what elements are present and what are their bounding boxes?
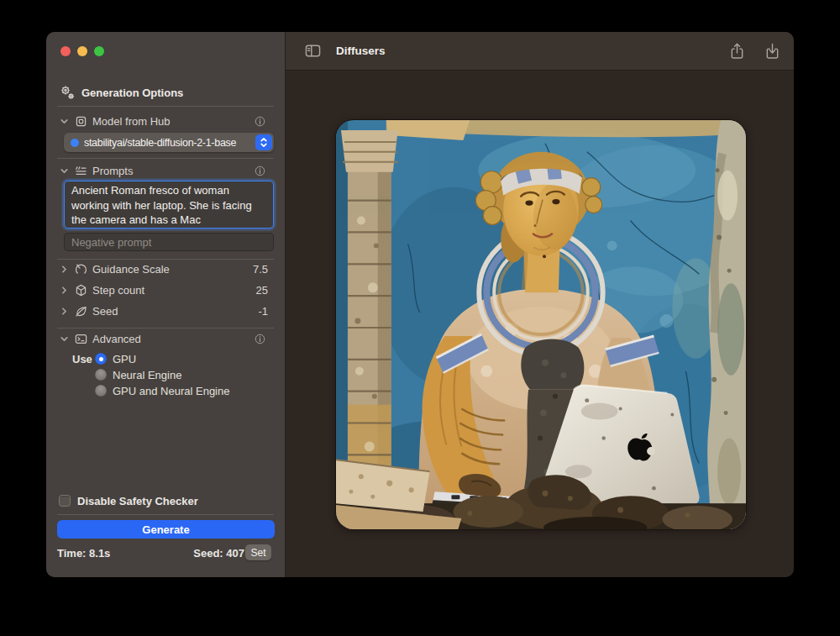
seed-label: Seed [92,305,118,318]
model-label: Model from Hub [92,115,170,128]
prompts-section-row: Prompts [46,163,285,180]
use-label: Use [72,353,92,365]
info-icon[interactable] [254,115,266,128]
guidance-scale-row: Guidance Scale 7.5 [46,261,285,278]
disable-safety-checker-row[interactable]: Disable Safety Checker [59,492,198,509]
prompt-input[interactable]: Ancient Roman fresco of woman working wi… [64,181,274,229]
advanced-section-row: Advanced [46,331,285,348]
checkbox-icon[interactable] [59,495,71,507]
cube-icon [74,283,88,297]
radio-unselected-icon[interactable] [95,369,107,381]
window-title: Diffusers [336,45,386,57]
generated-image [335,119,747,530]
gears-icon [59,84,76,101]
text-quote-icon [74,164,88,178]
close-button[interactable] [60,46,71,56]
leaf-icon [74,304,88,318]
radio-label: GPU [113,353,136,365]
radio-label: GPU and Neural Engine [113,385,229,397]
set-seed-button[interactable]: Set [245,544,271,560]
radio-option-gpu-neural-engine[interactable]: GPU and Neural Engine [95,384,229,397]
chevron-down-icon[interactable] [59,116,70,127]
divider [57,259,274,260]
advanced-label: Advanced [92,333,141,345]
prompts-label: Prompts [92,165,133,177]
step-count-value: 25 [256,284,268,297]
time-status: Time: 8.1s [57,547,110,560]
chevron-right-icon[interactable] [59,306,70,317]
chevron-down-icon[interactable] [59,334,70,344]
step-count-label: Step count [92,284,144,297]
sidebar: Generation Options Model from Hub stabil… [46,32,286,577]
generate-button[interactable]: Generate [57,520,275,539]
sidebar-title: Generation Options [81,87,183,99]
fresco-illustration [336,120,746,529]
chevron-right-icon[interactable] [59,264,70,275]
model-dropdown[interactable]: stabilityai/stable-diffusion-2-1-base [64,133,274,152]
info-icon[interactable] [254,333,266,345]
guidance-scale-label: Guidance Scale [92,263,170,276]
sidebar-toggle-icon[interactable] [304,43,322,59]
divider [57,328,274,329]
main-area: Diffusers [286,32,794,577]
divider [57,158,274,159]
divider [57,514,274,515]
share-icon[interactable] [729,42,745,60]
model-section-row: Model from Hub [46,113,285,130]
seed-status: Seed: 407 [193,547,244,560]
stepper-up-down-icon[interactable] [255,134,272,150]
zoom-button[interactable] [94,46,104,56]
negative-prompt-input[interactable] [64,233,274,251]
terminal-icon [74,332,88,346]
disable-safety-checker-label: Disable Safety Checker [77,495,198,507]
chevron-right-icon[interactable] [59,285,70,296]
minimize-button[interactable] [77,46,87,56]
dial-icon [74,262,88,276]
guidance-scale-value: 7.5 [253,263,268,276]
model-status-dot [71,139,79,147]
radio-label: Neural Engine [113,369,181,381]
seed-value: -1 [258,305,268,318]
titlebar: Diffusers [286,32,794,71]
save-icon[interactable] [764,42,780,60]
cpu-icon [74,114,88,129]
radio-unselected-icon[interactable] [95,385,107,397]
info-icon[interactable] [254,165,266,177]
radio-option-gpu[interactable]: GPU [95,352,136,365]
app-window: Generation Options Model from Hub stabil… [46,32,794,577]
model-dropdown-value: stabilityai/stable-diffusion-2-1-base [84,137,254,149]
seed-row: Seed -1 [46,303,285,320]
step-count-row: Step count 25 [46,282,285,299]
radio-option-neural-engine[interactable]: Neural Engine [95,368,181,381]
main-content [286,71,794,577]
radio-selected-icon[interactable] [95,353,107,365]
sidebar-header: Generation Options [59,84,183,101]
divider [57,106,274,107]
chevron-down-icon[interactable] [59,166,70,176]
